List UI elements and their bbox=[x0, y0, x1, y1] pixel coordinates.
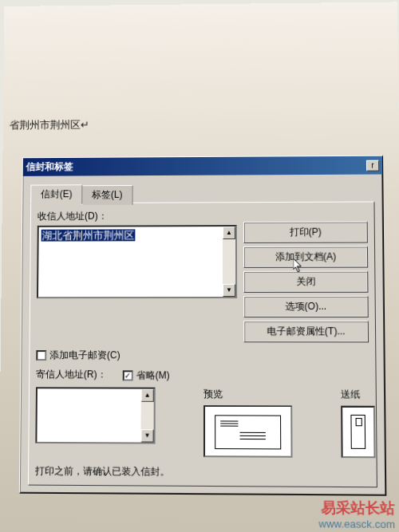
preview-label: 预览 bbox=[203, 388, 292, 402]
print-button[interactable]: 打印(P) bbox=[243, 221, 368, 242]
scroll-down-icon[interactable]: ▼ bbox=[140, 429, 153, 442]
watermark-name: 易采站长站 bbox=[318, 498, 395, 518]
scrollbar[interactable]: ▲ ▼ bbox=[140, 389, 153, 443]
sender-label: 寄信人地址(R)： bbox=[36, 368, 106, 381]
sender-address-input[interactable]: ▲ ▼ bbox=[35, 387, 155, 443]
dialog-titlebar[interactable]: 信封和标签 r bbox=[23, 156, 383, 176]
sender-address-value bbox=[37, 388, 140, 442]
tab-bar: 信封(E) 标签(L) bbox=[30, 183, 374, 204]
scroll-down-icon[interactable]: ▼ bbox=[223, 284, 235, 297]
tab-label[interactable]: 标签(L) bbox=[81, 185, 132, 205]
print-hint: 打印之前，请确认已装入信封。 bbox=[35, 464, 370, 480]
add-to-document-button[interactable]: 添加到文档(A) bbox=[243, 246, 368, 268]
tab-envelope-label: 信封(E) bbox=[41, 188, 73, 199]
close-button[interactable]: 关闭 bbox=[243, 271, 368, 293]
feed-label: 送纸 bbox=[341, 388, 375, 401]
recipient-address-value: 湖北省荆州市荆州区 bbox=[41, 229, 136, 241]
feed-orientation-icon bbox=[350, 415, 365, 449]
epostage-properties-button[interactable]: 电子邮资属性(T)... bbox=[243, 321, 369, 342]
watermark-url: www.easck.com bbox=[318, 518, 395, 530]
recipient-label: 收信人地址(D)： bbox=[38, 209, 237, 223]
document-text: 省荆州市荆州区↵ bbox=[10, 118, 89, 132]
scrollbar[interactable]: ▲ ▼ bbox=[223, 227, 235, 297]
add-epostage-label: 添加电子邮资(C) bbox=[49, 349, 120, 362]
recipient-address-input[interactable]: 湖北省荆州市荆州区 ▲ ▼ bbox=[37, 225, 237, 298]
tab-envelope[interactable]: 信封(E) bbox=[30, 184, 82, 204]
add-epostage-checkbox[interactable]: 添加电子邮资(C) bbox=[36, 349, 369, 363]
tab-panel-envelope: 收信人地址(D)： 湖北省荆州市荆州区 ▲ ▼ 打印(P) bbox=[28, 201, 377, 487]
preview-panel[interactable] bbox=[203, 405, 292, 458]
options-button[interactable]: 选项(O)... bbox=[243, 296, 369, 317]
tab-label-label: 标签(L) bbox=[92, 189, 122, 200]
envelope-preview-icon bbox=[215, 415, 281, 449]
checkbox-icon bbox=[36, 350, 46, 361]
close-icon[interactable]: r bbox=[366, 160, 379, 171]
checkbox-icon: ✓ bbox=[122, 370, 132, 380]
envelope-labels-dialog: 信封和标签 r 信封(E) 标签(L) 收信人地址(D)： 湖北省荆州市荆州区 bbox=[19, 156, 387, 496]
feed-panel[interactable] bbox=[341, 406, 375, 459]
dialog-title: 信封和标签 bbox=[26, 160, 73, 174]
omit-checkbox[interactable]: ✓ 省略(M) bbox=[122, 368, 169, 382]
scroll-up-icon[interactable]: ▲ bbox=[141, 389, 154, 402]
scroll-up-icon[interactable]: ▲ bbox=[223, 227, 235, 239]
watermark: 易采站长站 www.easck.com bbox=[318, 498, 395, 530]
omit-label: 省略(M) bbox=[136, 368, 169, 382]
